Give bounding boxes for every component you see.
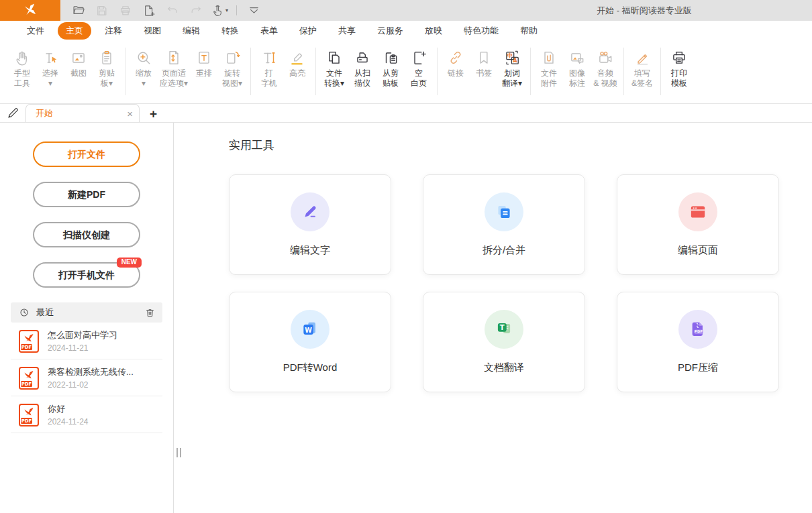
ribbon-translate-button[interactable]: 中 A 划词 翻译▾ [498, 46, 526, 102]
card-document-translate[interactable]: T 文档翻译 [423, 292, 585, 392]
ribbon-file-attachment-button[interactable]: 文件 附件 [535, 46, 563, 102]
ribbon-link-button[interactable]: 链接 [442, 46, 470, 102]
new-pdf-button[interactable]: 新建PDF [33, 182, 140, 207]
window-title: 开始 - 福昕阅读器专业版 [537, 5, 752, 17]
pencil-icon[interactable] [0, 104, 26, 122]
tab-present[interactable]: 放映 [417, 22, 450, 40]
save-icon[interactable] [93, 3, 111, 19]
tab-form[interactable]: 表单 [252, 22, 286, 40]
ribbon-zoom-button[interactable]: 缩放 ▾ [130, 46, 158, 102]
tab-comment[interactable]: 注释 [97, 22, 130, 40]
ribbon-fill-sign-button[interactable]: 填写 &签名 [628, 46, 656, 102]
card-pdf-to-word[interactable]: W PDF转Word [229, 292, 391, 392]
toolbar-divider [236, 5, 237, 15]
card-label: 编辑页面 [678, 244, 718, 257]
new-tab-button[interactable]: + [150, 107, 157, 120]
ribbon-print-template-button[interactable]: 打印 模板 [665, 46, 693, 102]
blank-page-icon [410, 47, 427, 68]
ribbon-from-clipboard-button[interactable]: 从剪 贴板 [376, 46, 405, 102]
ribbon-audio-video-button[interactable]: 音频 & 视频 [591, 46, 619, 102]
svg-text:PDF: PDF [695, 329, 703, 333]
open-mobile-file-button[interactable]: 打开手机文件 NEW [33, 262, 140, 288]
ribbon-bookmark-button[interactable]: 书签 [470, 46, 498, 102]
card-split-merge[interactable]: 拆分/合并 [423, 174, 585, 275]
page-fit-icon [165, 47, 183, 68]
pdf-to-word-icon: W [291, 310, 329, 349]
ribbon-item-label: &签名 [631, 78, 653, 89]
ribbon-item-label: 转换▾ [324, 78, 344, 89]
redo-icon[interactable] [187, 3, 205, 19]
ribbon-blank-page-button[interactable]: 空 白页 [405, 46, 433, 102]
ribbon-image-annotation-button[interactable]: 图像 标注 [563, 46, 591, 102]
ribbon-item-label: 选择 [42, 68, 58, 78]
ribbon-hand-tool-button[interactable]: 手型 工具 [8, 46, 36, 102]
link-icon [447, 47, 464, 68]
open-file-button[interactable]: 打开文件 [33, 141, 140, 167]
card-pdf-compress[interactable]: PDF PDF压缩 [617, 292, 779, 392]
recent-file-row[interactable]: PDF 你好 2024-11-24 [11, 396, 162, 433]
card-edit-text[interactable]: 编辑文字 [229, 174, 391, 275]
quick-access-toolbar: ▾ [70, 3, 262, 19]
ribbon-item-label: 剪贴 [99, 68, 115, 78]
customize-toolbar-icon[interactable] [245, 3, 262, 19]
ribbon-item-label: 缩放 [136, 68, 152, 78]
ribbon-clipboard-button[interactable]: 剪贴 板▾ [93, 46, 121, 102]
trash-icon[interactable] [144, 307, 156, 319]
ribbon-item-label: ▾ [48, 78, 52, 89]
tab-help[interactable]: 帮助 [512, 22, 546, 40]
ribbon-from-scanner-button[interactable]: 从扫 描仪 [348, 46, 376, 102]
undo-icon[interactable] [164, 3, 181, 19]
new-document-icon[interactable] [140, 3, 158, 19]
ribbon-rotate-view-button[interactable]: 旋转 视图▾ [218, 46, 246, 102]
ribbon-page-fit-button[interactable]: 页面适 应选项▾ [158, 46, 190, 102]
recent-file-date: 2024-11-21 [48, 343, 117, 353]
recent-file-row[interactable]: PDF 乘客检测系统无线传... 2022-11-02 [11, 359, 162, 396]
ribbon-select-button[interactable]: 选择 ▾ [36, 46, 64, 102]
ribbon-item-label: 截图 [70, 68, 87, 78]
tab-view[interactable]: 视图 [136, 22, 169, 40]
ribbon-typewriter-button[interactable]: 打 字机 [255, 46, 283, 102]
tab-share[interactable]: 共享 [330, 22, 364, 40]
doc-tab-start[interactable]: 开始 × [26, 104, 140, 122]
clipboard-icon [98, 47, 115, 68]
hand-pointer-icon[interactable]: ▾ [211, 3, 228, 19]
ribbon-item-label: 打 [265, 68, 273, 78]
card-edit-pages[interactable]: 编辑页面 [617, 174, 779, 275]
ribbon-reflow-button[interactable]: 重排 [190, 46, 218, 102]
tab-protect[interactable]: 保护 [291, 22, 325, 40]
ribbon-item-label: 高亮 [289, 68, 305, 78]
open-folder-icon[interactable] [70, 3, 87, 19]
print-template-icon [670, 47, 688, 68]
recent-file-date: 2024-11-24 [48, 417, 89, 426]
ribbon-item-label: 文件 [541, 68, 557, 78]
tab-file[interactable]: 文件 [19, 22, 52, 40]
ribbon-snapshot-button[interactable]: 截图 [64, 46, 93, 102]
tab-cloud[interactable]: 云服务 [369, 22, 411, 40]
ribbon: 手型 工具 选择 ▾ 截图 剪贴 [0, 41, 812, 104]
ribbon-item-label: ▾ [142, 78, 146, 89]
app-logo[interactable] [0, 0, 60, 21]
from-clipboard-icon [382, 47, 399, 68]
ribbon-item-label: 旋转 [224, 68, 240, 78]
dropdown-arrow-icon: ▾ [225, 7, 228, 13]
tab-features[interactable]: 特色功能 [456, 22, 507, 40]
scanner-create-button[interactable]: 扫描仪创建 [33, 222, 140, 247]
tab-home[interactable]: 主页 [58, 22, 91, 40]
document-translate-icon: T [485, 310, 523, 349]
ribbon-item-label: 从剪 [383, 68, 399, 78]
ribbon-convert-files-button[interactable]: 文件 转换▾ [320, 46, 348, 102]
document-tab-bar: 开始 × + [0, 104, 812, 123]
pdf-file-icon: PDF [19, 367, 39, 390]
svg-text:PDF: PDF [21, 382, 32, 387]
sidebar-resize-handle[interactable] [176, 448, 181, 457]
tab-convert[interactable]: 转换 [213, 22, 247, 40]
tool-cards-grid: 编辑文字 拆分/合并 [229, 174, 812, 392]
highlight-icon [289, 47, 306, 68]
ribbon-highlight-button[interactable]: 高亮 [283, 46, 311, 102]
close-tab-icon[interactable]: × [127, 109, 133, 119]
main-panel: 实用工具 编辑文字 [174, 123, 812, 513]
recent-file-row[interactable]: PDF 怎么面对高中学习 2024-11-21 [11, 323, 162, 359]
tab-edit[interactable]: 编辑 [174, 22, 208, 40]
fill-sign-icon [633, 47, 651, 68]
print-icon[interactable] [117, 3, 134, 19]
